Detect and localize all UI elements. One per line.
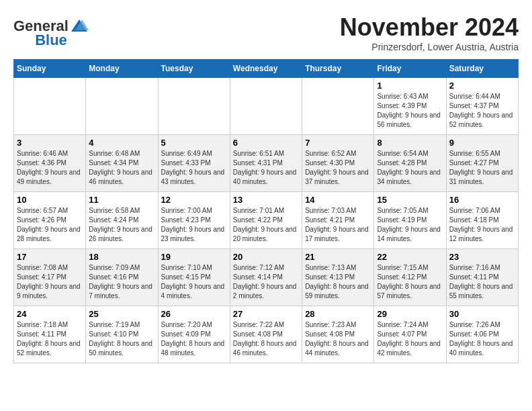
calendar-cell xyxy=(14,78,86,135)
day-info: Sunrise: 7:10 AM Sunset: 4:15 PM Dayligh… xyxy=(161,263,227,301)
day-number: 18 xyxy=(89,252,154,262)
calendar-cell: 27Sunrise: 7:22 AM Sunset: 4:08 PM Dayli… xyxy=(230,306,302,363)
days-header-row: SundayMondayTuesdayWednesdayThursdayFrid… xyxy=(14,60,519,78)
calendar-cell: 14Sunrise: 7:03 AM Sunset: 4:21 PM Dayli… xyxy=(302,192,374,249)
calendar-cell: 26Sunrise: 7:20 AM Sunset: 4:09 PM Dayli… xyxy=(158,306,230,363)
day-info: Sunrise: 6:49 AM Sunset: 4:33 PM Dayligh… xyxy=(161,149,227,187)
day-of-week-header: Tuesday xyxy=(158,60,230,78)
day-info: Sunrise: 7:01 AM Sunset: 4:22 PM Dayligh… xyxy=(233,206,299,244)
calendar-cell: 17Sunrise: 7:08 AM Sunset: 4:17 PM Dayli… xyxy=(14,249,86,306)
day-number: 23 xyxy=(449,252,515,262)
day-of-week-header: Friday xyxy=(374,60,446,78)
day-number: 7 xyxy=(305,138,371,148)
day-info: Sunrise: 6:54 AM Sunset: 4:28 PM Dayligh… xyxy=(377,149,443,187)
calendar-cell: 3Sunrise: 6:46 AM Sunset: 4:36 PM Daylig… xyxy=(14,135,86,192)
day-info: Sunrise: 7:24 AM Sunset: 4:07 PM Dayligh… xyxy=(377,320,443,358)
month-title: November 2024 xyxy=(340,13,519,42)
day-info: Sunrise: 7:13 AM Sunset: 4:13 PM Dayligh… xyxy=(305,263,371,301)
day-number: 10 xyxy=(17,195,83,205)
day-info: Sunrise: 6:46 AM Sunset: 4:36 PM Dayligh… xyxy=(17,149,83,187)
day-of-week-header: Monday xyxy=(86,60,158,78)
logo-blue-text: Blue xyxy=(35,32,67,48)
day-of-week-header: Saturday xyxy=(446,60,518,78)
page-header: General Blue November 2024 Prinzersdorf,… xyxy=(13,13,519,52)
calendar-cell xyxy=(302,78,374,135)
calendar-cell xyxy=(230,78,302,135)
calendar-cell: 8Sunrise: 6:54 AM Sunset: 4:28 PM Daylig… xyxy=(374,135,446,192)
calendar-week-row: 1Sunrise: 6:43 AM Sunset: 4:39 PM Daylig… xyxy=(14,78,519,135)
day-number: 11 xyxy=(89,195,154,205)
day-info: Sunrise: 6:43 AM Sunset: 4:39 PM Dayligh… xyxy=(377,92,443,130)
calendar-cell: 2Sunrise: 6:44 AM Sunset: 4:37 PM Daylig… xyxy=(446,78,518,135)
day-info: Sunrise: 6:55 AM Sunset: 4:27 PM Dayligh… xyxy=(449,149,515,187)
day-number: 20 xyxy=(233,252,299,262)
day-info: Sunrise: 7:09 AM Sunset: 4:16 PM Dayligh… xyxy=(89,263,154,301)
day-number: 8 xyxy=(377,138,443,148)
day-info: Sunrise: 6:51 AM Sunset: 4:31 PM Dayligh… xyxy=(233,149,299,187)
day-info: Sunrise: 7:23 AM Sunset: 4:08 PM Dayligh… xyxy=(305,320,371,358)
day-info: Sunrise: 7:12 AM Sunset: 4:14 PM Dayligh… xyxy=(233,263,299,301)
day-info: Sunrise: 6:58 AM Sunset: 4:24 PM Dayligh… xyxy=(89,206,154,244)
calendar-cell: 23Sunrise: 7:16 AM Sunset: 4:11 PM Dayli… xyxy=(446,249,518,306)
day-number: 2 xyxy=(449,81,515,91)
calendar-cell: 6Sunrise: 6:51 AM Sunset: 4:31 PM Daylig… xyxy=(230,135,302,192)
day-number: 15 xyxy=(377,195,443,205)
day-number: 1 xyxy=(377,81,443,91)
calendar-cell: 18Sunrise: 7:09 AM Sunset: 4:16 PM Dayli… xyxy=(86,249,158,306)
calendar-cell: 20Sunrise: 7:12 AM Sunset: 4:14 PM Dayli… xyxy=(230,249,302,306)
logo-icon xyxy=(70,17,89,36)
calendar-cell: 19Sunrise: 7:10 AM Sunset: 4:15 PM Dayli… xyxy=(158,249,230,306)
calendar-cell: 29Sunrise: 7:24 AM Sunset: 4:07 PM Dayli… xyxy=(374,306,446,363)
calendar-cell: 1Sunrise: 6:43 AM Sunset: 4:39 PM Daylig… xyxy=(374,78,446,135)
day-number: 27 xyxy=(233,309,299,319)
calendar-cell: 22Sunrise: 7:15 AM Sunset: 4:12 PM Dayli… xyxy=(374,249,446,306)
day-info: Sunrise: 7:00 AM Sunset: 4:23 PM Dayligh… xyxy=(161,206,227,244)
day-number: 19 xyxy=(161,252,227,262)
day-number: 29 xyxy=(377,309,443,319)
day-info: Sunrise: 6:48 AM Sunset: 4:34 PM Dayligh… xyxy=(89,149,154,187)
day-number: 22 xyxy=(377,252,443,262)
day-number: 24 xyxy=(17,309,83,319)
calendar-cell: 10Sunrise: 6:57 AM Sunset: 4:26 PM Dayli… xyxy=(14,192,86,249)
day-of-week-header: Wednesday xyxy=(230,60,302,78)
calendar-cell: 13Sunrise: 7:01 AM Sunset: 4:22 PM Dayli… xyxy=(230,192,302,249)
calendar-week-row: 24Sunrise: 7:18 AM Sunset: 4:11 PM Dayli… xyxy=(14,306,519,363)
logo: General Blue xyxy=(13,17,89,48)
day-number: 16 xyxy=(449,195,515,205)
day-number: 12 xyxy=(161,195,227,205)
day-number: 5 xyxy=(161,138,227,148)
calendar-week-row: 3Sunrise: 6:46 AM Sunset: 4:36 PM Daylig… xyxy=(14,135,519,192)
day-info: Sunrise: 7:15 AM Sunset: 4:12 PM Dayligh… xyxy=(377,263,443,301)
location-subtitle: Prinzersdorf, Lower Austria, Austria xyxy=(340,42,519,52)
day-info: Sunrise: 6:44 AM Sunset: 4:37 PM Dayligh… xyxy=(449,92,515,130)
day-number: 6 xyxy=(233,138,299,148)
calendar-cell: 30Sunrise: 7:26 AM Sunset: 4:06 PM Dayli… xyxy=(446,306,518,363)
calendar-cell: 24Sunrise: 7:18 AM Sunset: 4:11 PM Dayli… xyxy=(14,306,86,363)
day-info: Sunrise: 7:19 AM Sunset: 4:10 PM Dayligh… xyxy=(89,320,154,358)
day-info: Sunrise: 7:22 AM Sunset: 4:08 PM Dayligh… xyxy=(233,320,299,358)
calendar-cell: 4Sunrise: 6:48 AM Sunset: 4:34 PM Daylig… xyxy=(86,135,158,192)
day-info: Sunrise: 7:20 AM Sunset: 4:09 PM Dayligh… xyxy=(161,320,227,358)
calendar-cell: 9Sunrise: 6:55 AM Sunset: 4:27 PM Daylig… xyxy=(446,135,518,192)
day-info: Sunrise: 7:26 AM Sunset: 4:06 PM Dayligh… xyxy=(449,320,515,358)
calendar-week-row: 17Sunrise: 7:08 AM Sunset: 4:17 PM Dayli… xyxy=(14,249,519,306)
day-number: 17 xyxy=(17,252,83,262)
calendar-week-row: 10Sunrise: 6:57 AM Sunset: 4:26 PM Dayli… xyxy=(14,192,519,249)
calendar-cell: 25Sunrise: 7:19 AM Sunset: 4:10 PM Dayli… xyxy=(86,306,158,363)
calendar-table: SundayMondayTuesdayWednesdayThursdayFrid… xyxy=(13,59,519,363)
day-info: Sunrise: 7:08 AM Sunset: 4:17 PM Dayligh… xyxy=(17,263,83,301)
day-info: Sunrise: 6:57 AM Sunset: 4:26 PM Dayligh… xyxy=(17,206,83,244)
day-info: Sunrise: 6:52 AM Sunset: 4:30 PM Dayligh… xyxy=(305,149,371,187)
day-number: 26 xyxy=(161,309,227,319)
day-info: Sunrise: 7:18 AM Sunset: 4:11 PM Dayligh… xyxy=(17,320,83,358)
day-info: Sunrise: 7:05 AM Sunset: 4:19 PM Dayligh… xyxy=(377,206,443,244)
calendar-cell: 5Sunrise: 6:49 AM Sunset: 4:33 PM Daylig… xyxy=(158,135,230,192)
calendar-cell: 16Sunrise: 7:06 AM Sunset: 4:18 PM Dayli… xyxy=(446,192,518,249)
calendar-cell xyxy=(86,78,158,135)
title-area: November 2024 Prinzersdorf, Lower Austri… xyxy=(340,13,519,52)
day-number: 28 xyxy=(305,309,371,319)
day-info: Sunrise: 7:06 AM Sunset: 4:18 PM Dayligh… xyxy=(449,206,515,244)
day-number: 9 xyxy=(449,138,515,148)
day-number: 13 xyxy=(233,195,299,205)
calendar-cell: 11Sunrise: 6:58 AM Sunset: 4:24 PM Dayli… xyxy=(86,192,158,249)
